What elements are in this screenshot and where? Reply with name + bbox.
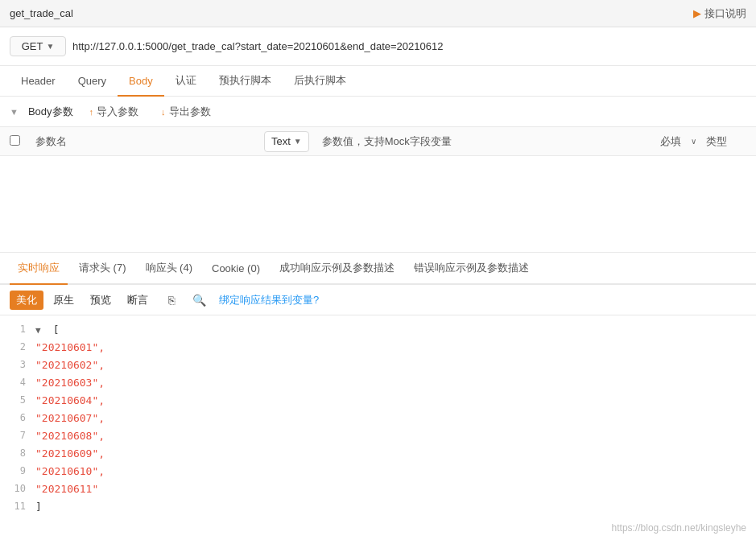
tab-auth[interactable]: 认证	[164, 65, 208, 97]
line-number: 8	[6, 446, 35, 461]
line-number: 1	[6, 322, 35, 337]
export-arrow-icon: ↓	[161, 107, 166, 117]
line-number: 7	[6, 428, 35, 443]
response-tab-cookie[interactable]: Cookie (0)	[204, 254, 268, 284]
line-number: 2	[6, 340, 35, 355]
select-all-checkbox[interactable]	[10, 135, 20, 146]
response-tab-response-headers[interactable]: 响应头 (4)	[138, 253, 201, 285]
api-doc-btn[interactable]: ▶ 接口说明	[693, 6, 746, 21]
json-line: 8 "20210609",	[0, 446, 756, 464]
preview-button[interactable]: 预览	[84, 291, 118, 310]
watermark: https://blog.csdn.net/kingsleyhe	[612, 522, 746, 523]
line-content: "20210602",	[35, 357, 105, 374]
json-line: 2 "20210601",	[0, 340, 756, 357]
text-type-dropdown[interactable]: Text ▼	[264, 131, 309, 152]
params-type-col: 类型	[706, 134, 746, 149]
method-label: GET	[22, 40, 43, 52]
bind-variable-link[interactable]: 绑定响应结果到变量?	[219, 293, 319, 307]
text-type-label: Text	[271, 135, 291, 147]
body-params-toolbar: ▼ Body参数 ↑ 导入参数 ↓ 导出参数	[0, 97, 756, 127]
response-tab-request-headers[interactable]: 请求头 (7)	[71, 253, 134, 285]
required-chevron-icon: ∨	[691, 137, 696, 146]
line-content: "20210604",	[35, 393, 105, 410]
tab-header[interactable]: Header	[10, 67, 67, 97]
assert-button[interactable]: 断言	[121, 291, 155, 310]
response-tab-realtime[interactable]: 实时响应	[10, 253, 68, 285]
copy-icon[interactable]: ⎘	[161, 290, 182, 311]
response-tab-success-example[interactable]: 成功响应示例及参数描述	[271, 253, 403, 285]
line-content: "20210607",	[35, 410, 105, 427]
tab-post-script[interactable]: 后执行脚本	[283, 65, 357, 97]
line-content: "20210610",	[35, 464, 105, 480]
search-icon[interactable]: 🔍	[188, 290, 209, 311]
params-required-col: 必填	[641, 134, 681, 149]
import-params-label: 导入参数	[97, 105, 138, 119]
export-params-button[interactable]: ↓ 导出参数	[155, 102, 217, 122]
response-tabs-row: 实时响应 请求头 (7) 响应头 (4) Cookie (0) 成功响应示例及参…	[0, 253, 756, 285]
page-title: get_trade_cal	[10, 7, 73, 19]
tab-query[interactable]: Query	[67, 67, 118, 97]
text-chevron-icon: ▼	[294, 137, 302, 146]
json-line: 4 "20210603",	[0, 375, 756, 393]
url-input[interactable]	[72, 40, 746, 52]
export-params-label: 导出参数	[169, 105, 211, 119]
line-content: "20210611"	[35, 481, 98, 498]
line-content: "20210608",	[35, 428, 105, 445]
json-line: 9 "20210610",	[0, 464, 756, 481]
import-params-button[interactable]: ↑ 导入参数	[83, 102, 146, 122]
beautify-button[interactable]: 美化	[10, 291, 43, 310]
line-number: 6	[6, 410, 35, 426]
api-doc-label: 接口说明	[704, 6, 746, 21]
json-line: 5 "20210604",	[0, 393, 756, 410]
line-number: 11	[6, 499, 35, 514]
line-content: "20210601",	[35, 340, 105, 357]
import-arrow-icon: ↑	[89, 107, 94, 117]
line-number: 3	[6, 357, 35, 373]
json-line: 11]	[0, 499, 756, 517]
title-bar: get_trade_cal ▶ 接口说明	[0, 0, 756, 27]
tab-pre-script[interactable]: 预执行脚本	[208, 65, 283, 97]
line-number: 5	[6, 393, 35, 408]
arrow-icon: ▶	[693, 7, 701, 19]
line-number: 4	[6, 375, 35, 390]
json-line: 10 "20210611"	[0, 481, 756, 499]
body-params-label: Body参数	[28, 105, 73, 119]
line-content: "20210603",	[35, 375, 105, 392]
json-line: 3 "20210602",	[0, 357, 756, 375]
url-bar: GET ▼	[0, 27, 756, 66]
response-toolbar: 美化 原生 预览 断言 ⎘ 🔍 绑定响应结果到变量?	[0, 285, 756, 315]
line-number: 10	[6, 481, 35, 497]
params-name-col: 参数名	[32, 134, 258, 149]
json-line: 1▼ [	[0, 322, 756, 340]
params-table-header: 参数名 Text ▼ 参数值，支持Mock字段变量 必填 ∨ 类型	[0, 127, 756, 156]
line-content: ]	[35, 499, 42, 516]
line-content: ▼ [	[35, 322, 60, 339]
json-output: 1▼ [2 "20210601",3 "20210602",4 "2021060…	[0, 315, 756, 523]
json-line: 6 "20210607",	[0, 410, 756, 428]
line-number: 9	[6, 464, 35, 479]
raw-button[interactable]: 原生	[47, 291, 81, 310]
json-line: 7 "20210608",	[0, 428, 756, 446]
tab-body[interactable]: Body	[118, 67, 164, 97]
method-button[interactable]: GET ▼	[10, 36, 66, 56]
response-tab-error-example[interactable]: 错误响应示例及参数描述	[406, 253, 537, 285]
line-content: "20210609",	[35, 446, 105, 463]
tabs-row: Header Query Body 认证 预执行脚本 后执行脚本	[0, 66, 756, 97]
params-value-col: 参数值，支持Mock字段变量	[316, 134, 634, 149]
params-empty-area	[0, 156, 756, 253]
params-checkbox-col	[10, 135, 26, 148]
method-chevron-icon: ▼	[46, 42, 54, 51]
json-toggle[interactable]: ▼	[35, 324, 47, 338]
